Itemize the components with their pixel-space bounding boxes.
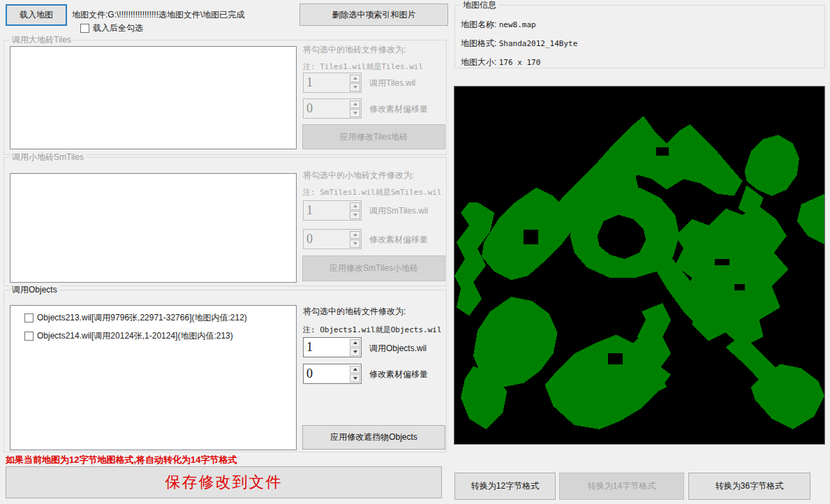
spin-down-icon xyxy=(350,211,360,219)
map-format-row: 地图格式: Shanda2012_14Byte xyxy=(461,38,577,50)
spin-up-icon xyxy=(350,231,360,239)
tiles-offset-label: 修改素材偏移量 xyxy=(369,104,428,114)
tiles-index-input xyxy=(304,73,349,92)
spin-down-icon[interactable] xyxy=(350,374,360,383)
tiles-note-label: 注: Tiles1.wil就是Tiles.wil xyxy=(303,61,423,72)
tiles-modify-label: 将勾选中的地砖文件修改为: xyxy=(303,45,406,55)
apply-tiles-button: 应用修改Tiles地砖 xyxy=(302,124,445,149)
checkbox-icon[interactable] xyxy=(80,24,89,33)
check-all-after-load-checkbox[interactable]: 载入后全勾选 xyxy=(80,23,143,34)
load-map-button[interactable]: 载入地图 xyxy=(6,4,67,26)
smtiles-offset-label: 修改素材偏移量 xyxy=(369,235,428,245)
checkbox-icon[interactable] xyxy=(24,313,34,323)
map-info-group: 地图信息 地图名称: new8.map 地图格式: Shanda2012_14B… xyxy=(454,5,825,68)
save-to-file-button[interactable]: 保存修改到文件 xyxy=(6,466,442,498)
smtiles-note-label: 注: SmTiles1.wil就是SmTiles.wil xyxy=(303,187,442,198)
objects-index-label: 调用Objects.wil xyxy=(369,343,427,354)
smtiles-group-title: 调用小地砖SmTiles xyxy=(10,152,86,162)
map-file-path-label: 地图文件:G:\!!!!!!!!!!!!!!!!!选地图文件\地图已完成 xyxy=(72,10,298,20)
spin-up-icon xyxy=(350,202,360,211)
smtiles-list[interactable] xyxy=(10,173,297,283)
check-all-after-load-label: 载入后全勾选 xyxy=(93,23,143,34)
objects-index-input[interactable] xyxy=(304,338,349,357)
tiles-index-label: 调用Tiles.wil xyxy=(369,78,415,89)
objects-list-item[interactable]: Objects213.wil[调用9796张,22971-32766](地图内值… xyxy=(10,309,296,327)
spin-up-icon xyxy=(350,101,360,109)
map-size-value: 176 x 170 xyxy=(499,58,541,67)
tiles-offset-input xyxy=(304,99,349,118)
tiles-list[interactable] xyxy=(10,46,297,149)
objects-group: 调用Objects Objects213.wil[调用9796张,22971-3… xyxy=(3,290,447,452)
delete-selected-button[interactable]: 删除选中项索引和图片 xyxy=(299,3,448,26)
spin-down-icon[interactable] xyxy=(350,348,360,356)
convert-36byte-button[interactable]: 转换为36字节格式 xyxy=(688,473,810,500)
objects-note-label: 注: Objects1.wil就是Objects.wil xyxy=(303,325,442,335)
convert-14byte-button: 转换为14字节格式 xyxy=(559,473,684,500)
objects-offset-input[interactable] xyxy=(304,364,349,383)
objects-list-item[interactable]: Objects214.wil[调用20124张,1-20124](地图内值:21… xyxy=(10,327,296,345)
objects-item-label: Objects214.wil[调用20124张,1-20124](地图内值:21… xyxy=(37,330,233,342)
map-preview-canvas xyxy=(454,86,825,445)
format-warning-label: 如果当前地图为12字节地图格式,将自动转化为14字节格式 xyxy=(6,454,237,466)
smtiles-offset-input xyxy=(304,230,349,249)
smtiles-group: 调用小地砖SmTiles 将勾选中的小地砖文件修改为: 注: SmTiles1.… xyxy=(3,157,447,286)
smtiles-index-input xyxy=(304,201,349,220)
tiles-group-title: 调用大地砖Tiles xyxy=(10,35,73,45)
smtiles-offset-spinner xyxy=(303,229,362,249)
smtiles-modify-label: 将勾选中的小地砖文件修改为: xyxy=(303,170,414,181)
smtiles-index-spinner xyxy=(303,200,362,221)
map-name-value: new8.map xyxy=(499,20,536,29)
tiles-offset-spinner xyxy=(303,98,362,119)
map-size-label: 地图大小: xyxy=(461,57,496,67)
tiles-index-spinner xyxy=(303,73,362,93)
objects-offset-spinner[interactable] xyxy=(303,364,362,384)
map-name-label: 地图名称: xyxy=(461,20,496,29)
objects-modify-label: 将勾选中的地砖文件修改为: xyxy=(303,306,406,317)
map-editor-window: 载入地图 地图文件:G:\!!!!!!!!!!!!!!!!!选地图文件\地图已完… xyxy=(0,0,830,504)
convert-12byte-button[interactable]: 转换为12字节格式 xyxy=(454,473,556,500)
map-format-label: 地图格式: xyxy=(461,38,496,48)
objects-list[interactable]: Objects213.wil[调用9796张,22971-32766](地图内值… xyxy=(10,305,297,450)
spin-up-icon[interactable] xyxy=(350,339,360,348)
spin-up-icon[interactable] xyxy=(350,366,360,374)
objects-index-spinner[interactable] xyxy=(303,337,362,357)
apply-objects-button[interactable]: 应用修改遮挡物Objects xyxy=(302,425,445,450)
spin-down-icon xyxy=(350,109,360,117)
map-format-value: Shanda2012_14Byte xyxy=(499,39,578,48)
objects-item-label: Objects213.wil[调用9796张,22971-32766](地图内值… xyxy=(37,312,247,324)
map-info-title: 地图信息 xyxy=(461,0,498,10)
smtiles-index-label: 调用SmTiles.wil xyxy=(369,206,428,216)
apply-smtiles-button: 应用修改SmTiles小地砖 xyxy=(302,255,445,281)
tiles-group: 调用大地砖Tiles 将勾选中的地砖文件修改为: 注: Tiles1.wil就是… xyxy=(3,40,447,155)
checkbox-icon[interactable] xyxy=(24,332,34,341)
objects-group-title: 调用Objects xyxy=(10,285,59,295)
map-size-row: 地图大小: 176 x 170 xyxy=(461,57,540,68)
map-name-row: 地图名称: new8.map xyxy=(461,19,536,31)
spin-down-icon xyxy=(350,83,360,91)
spin-down-icon xyxy=(350,239,360,248)
spin-up-icon xyxy=(350,75,360,83)
objects-offset-label: 修改素材偏移量 xyxy=(369,369,428,380)
